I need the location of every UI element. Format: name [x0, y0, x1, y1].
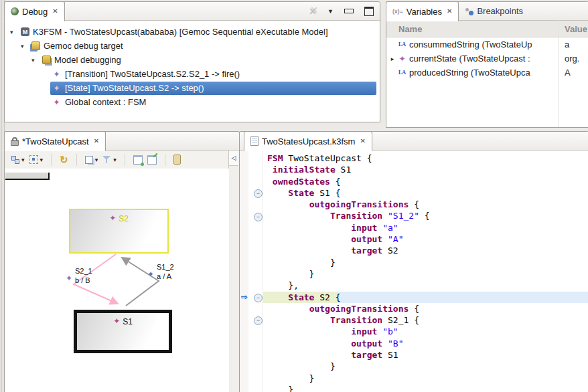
arrange-all-icon — [11, 156, 19, 164]
filter-button[interactable]: ▾ — [102, 155, 117, 164]
variable-value: a — [565, 39, 569, 50]
close-icon[interactable]: ✕ — [94, 138, 99, 144]
variable-row[interactable]: ▸✦currentState (TwoStateUpcast :org. — [386, 52, 588, 66]
code-line[interactable]: }, — [263, 280, 588, 291]
code-editor: TwoStatesUpcast.k3fsm ✕ ⇒ −−−− FSM TwoSt… — [239, 131, 588, 392]
code-line[interactable]: input "b" — [263, 326, 588, 337]
edge-s1-to-s2[interactable] — [122, 258, 159, 306]
annotation-ruler[interactable]: ⇒ — [240, 151, 249, 392]
breakpoints-icon — [465, 7, 473, 15]
state-node-s1[interactable]: ✦ S1 — [74, 310, 172, 353]
tree-row-content: ✦[Transition] TwoStateUpcast.S2.S2_1 -> … — [50, 68, 380, 81]
tree-row-label: Gemoc debug target — [44, 41, 123, 51]
tree-row[interactable]: ✦[Transition] TwoStateUpcast.S2.S2_1 -> … — [5, 67, 380, 81]
variable-name: currentState (TwoStateUpcast : — [409, 54, 558, 64]
eclipse-workbench: Debug ✕ ✕ ▼ ▾MK3FSM - TwoStatesUpcast(ab… — [0, 0, 588, 392]
tab-diagram[interactable]: *TwoStateUpcast ✕ — [4, 131, 106, 151]
code-line[interactable]: output "A" — [263, 233, 588, 245]
code-line[interactable]: outgoingTransitions { — [263, 199, 588, 210]
expander-open-icon[interactable]: ▾ — [10, 29, 19, 35]
minimize-icon[interactable] — [344, 9, 354, 13]
tab-variables-label: Variables — [407, 7, 442, 17]
tree-row-content: ✦[State] TwoStateUpcast.S2 -> step() — [50, 82, 376, 95]
code-line[interactable]: ownedStates { — [263, 176, 588, 187]
tab-variables[interactable]: (x)= Variables ✕ — [386, 1, 459, 21]
chevron-down-icon[interactable]: ▾ — [40, 157, 44, 163]
maximize-icon[interactable] — [364, 7, 374, 16]
toolbar-separator — [76, 154, 77, 166]
debug-tabstrip: Debug ✕ ✕ ▼ — [5, 2, 380, 21]
code-line[interactable]: State S2 { — [263, 292, 588, 303]
tree-row-label: Global context : FSM — [65, 97, 146, 107]
view-menu-icon[interactable]: ▼ — [327, 8, 334, 15]
column-value[interactable]: Value — [565, 24, 587, 34]
code-line[interactable]: target S1 — [263, 349, 588, 361]
code-line[interactable]: } — [263, 361, 588, 372]
transition-label-s1-2[interactable]: ✦ S1_2 a / A — [157, 262, 174, 281]
variable-value: org. — [565, 54, 579, 64]
code-line[interactable]: } — [263, 268, 588, 280]
transition-diamond-icon: ✦ — [147, 270, 154, 279]
lock-icon — [11, 140, 19, 146]
code-line[interactable]: State S1 { — [263, 187, 588, 199]
remove-terminated-icon[interactable]: ✕ — [309, 7, 317, 16]
diagram-tabstrip: *TwoStateUpcast ✕ — [5, 132, 239, 151]
state-diamond-icon: ✦ — [113, 317, 120, 326]
code-line[interactable]: target S2 — [263, 245, 588, 256]
arrange-all-button[interactable]: ▾ — [11, 156, 25, 164]
code-line[interactable]: output "B" — [263, 338, 588, 349]
code-line[interactable]: Transition S2_1 { — [263, 314, 588, 326]
variables-rows: LAconsummedString (TwoStateUpa▸✦currentS… — [386, 37, 588, 80]
chevron-down-icon[interactable]: ▾ — [95, 157, 98, 163]
fold-ruler[interactable]: −−−− — [248, 151, 263, 392]
debug-icon — [11, 7, 19, 15]
refresh-icon[interactable]: ↻ — [60, 155, 68, 165]
fold-minus-icon[interactable]: − — [254, 316, 263, 325]
tab-k3fsm-file[interactable]: TwoStatesUpcast.k3fsm ✕ — [244, 131, 372, 151]
tree-row[interactable]: ▾Gemoc debug target — [5, 39, 380, 53]
tab-breakpoints[interactable]: Breakpoints — [459, 2, 529, 20]
edit-representation-icon[interactable] — [147, 155, 157, 165]
state-diamond-icon: ✦ — [52, 84, 62, 93]
close-icon[interactable]: ✕ — [52, 8, 58, 15]
transition-label-s2-1[interactable]: ✦ S2_1 b / B — [75, 266, 92, 285]
chevron-down-icon[interactable]: ▾ — [21, 157, 25, 163]
paste-icon[interactable] — [173, 155, 181, 165]
palette-collapse-button[interactable]: ◁ — [229, 151, 238, 166]
state-node-s2[interactable]: ✦ S2 — [69, 209, 169, 254]
expander-open-icon[interactable]: ▾ — [31, 57, 41, 64]
code-line[interactable]: outgoingTransitions { — [263, 303, 588, 314]
variable-row[interactable]: LAproducedString (TwoStateUpcaA — [386, 66, 588, 80]
diagram-canvas[interactable]: ✦ S2 ✦ S1 ✦ S2_1 b / B ✦ S1_2 a / A — [5, 169, 229, 392]
close-icon[interactable]: ✕ — [447, 8, 452, 15]
tree-row[interactable]: ✦[State] TwoStateUpcast.S2 -> step() — [5, 81, 380, 95]
code-line[interactable]: initialState S1 — [263, 164, 588, 175]
fold-minus-icon[interactable]: − — [254, 213, 263, 221]
code-line[interactable]: } — [263, 257, 588, 268]
chevron-down-icon[interactable]: ▾ — [113, 157, 117, 163]
code-line[interactable]: Transition "S1_2" { — [263, 210, 588, 221]
debug-tree: ▾MK3FSM - TwoStatesUpcast(abababa) [Gemo… — [5, 21, 380, 109]
expander-open-icon[interactable]: ▾ — [21, 43, 30, 50]
fold-minus-icon[interactable]: − — [254, 189, 263, 198]
fold-minus-icon[interactable]: − — [254, 294, 263, 302]
code-line[interactable]: } — [263, 373, 588, 384]
export-diagram-icon[interactable] — [133, 155, 143, 165]
code-line[interactable]: input "a" — [263, 222, 588, 233]
code-line[interactable]: } — [263, 384, 588, 392]
column-name[interactable]: Name — [386, 24, 422, 34]
variable-row[interactable]: LAconsummedString (TwoStateUpa — [386, 37, 588, 52]
code-line[interactable]: FSM TwoStateUpcast { — [263, 153, 588, 164]
select-mode-button[interactable]: ▾ — [29, 155, 44, 164]
close-icon[interactable]: ✕ — [360, 138, 365, 144]
layers-button[interactable]: ▾ — [85, 156, 98, 164]
tree-row-content: Model debugging — [41, 54, 380, 67]
tab-debug[interactable]: Debug ✕ — [4, 1, 65, 21]
tree-row[interactable]: ▾Model debugging — [5, 53, 380, 67]
debug-view: Debug ✕ ✕ ▼ ▾MK3FSM - TwoStatesUpcast(ab… — [4, 1, 380, 122]
tree-row[interactable]: ▾MK3FSM - TwoStatesUpcast(abababa) [Gemo… — [5, 25, 380, 39]
expander-closed-icon[interactable]: ▸ — [388, 56, 397, 62]
tree-row[interactable]: ✦Global context : FSM — [5, 95, 380, 109]
code-lines[interactable]: FSM TwoStateUpcast { initialState S1 own… — [263, 151, 588, 392]
collapse-left-icon: ◁ — [232, 155, 236, 161]
